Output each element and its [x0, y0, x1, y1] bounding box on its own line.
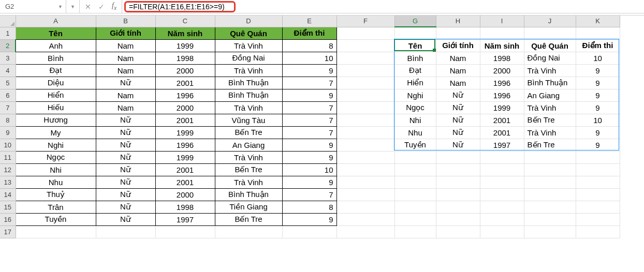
cell-F1[interactable]: [336, 27, 394, 39]
row-header-4[interactable]: 4: [0, 64, 16, 77]
col-header-A[interactable]: A: [16, 16, 96, 27]
cell-A16[interactable]: Tuyền: [16, 213, 96, 225]
cell-E16[interactable]: 9: [282, 213, 336, 225]
cell-J1[interactable]: [524, 27, 576, 39]
row-header-7[interactable]: 7: [0, 101, 16, 114]
cancel-icon[interactable]: ✕: [85, 3, 91, 11]
cell-I10[interactable]: 1997: [480, 139, 524, 151]
col-header-E[interactable]: E: [282, 16, 336, 27]
cell-F12[interactable]: [336, 163, 394, 176]
cell-F17[interactable]: [336, 225, 394, 238]
cell-H16[interactable]: [436, 213, 480, 225]
col-header-C[interactable]: C: [155, 16, 215, 27]
cell-G1[interactable]: [394, 27, 436, 39]
cell-D14[interactable]: Bình Thuận: [215, 188, 282, 201]
cell-A13[interactable]: Nhu: [16, 176, 96, 188]
cell-J14[interactable]: [524, 188, 576, 201]
cell-D11[interactable]: Trà Vinh: [215, 151, 282, 163]
cell-K9[interactable]: 9: [576, 126, 620, 139]
cell-C16[interactable]: 1997: [155, 213, 215, 225]
cell-D3[interactable]: Đồng Nai: [215, 52, 282, 64]
cell-D2[interactable]: Trà Vinh: [215, 39, 282, 52]
cell-I5[interactable]: 1996: [480, 77, 524, 89]
cell-F10[interactable]: [336, 139, 394, 151]
cell-H17[interactable]: [436, 225, 480, 238]
cell-D9[interactable]: Bến Tre: [215, 126, 282, 139]
col-header-G[interactable]: G: [394, 16, 436, 27]
cell-H1[interactable]: [436, 27, 480, 39]
cell-B9[interactable]: Nữ: [96, 126, 155, 139]
row-header-3[interactable]: 3: [0, 52, 16, 64]
cell-G16[interactable]: [394, 213, 436, 225]
cell-B8[interactable]: Nữ: [96, 114, 155, 126]
cell-J9[interactable]: Trà Vinh: [524, 126, 576, 139]
cell-B3[interactable]: Nam: [96, 52, 155, 64]
cell-F4[interactable]: [336, 64, 394, 77]
cell-I16[interactable]: [480, 213, 524, 225]
cell-B15[interactable]: Nữ: [96, 201, 155, 213]
row-header-10[interactable]: 10: [0, 139, 16, 151]
tableA-header-2[interactable]: Năm sinh: [155, 27, 215, 39]
cell-C17[interactable]: [155, 225, 215, 238]
cell-A2[interactable]: Anh: [16, 39, 96, 52]
cell-D7[interactable]: Trà Vinh: [215, 101, 282, 114]
cell-E3[interactable]: 10: [282, 52, 336, 64]
cell-J13[interactable]: [524, 176, 576, 188]
cell-C9[interactable]: 1999: [155, 126, 215, 139]
cell-H8[interactable]: Nữ: [436, 114, 480, 126]
cell-C2[interactable]: 1999: [155, 39, 215, 52]
cell-I8[interactable]: 2001: [480, 114, 524, 126]
cell-K13[interactable]: [576, 176, 620, 188]
cell-K15[interactable]: [576, 201, 620, 213]
cell-A4[interactable]: Đạt: [16, 64, 96, 77]
cell-C5[interactable]: 2001: [155, 77, 215, 89]
col-header-D[interactable]: D: [215, 16, 282, 27]
row-header-13[interactable]: 13: [0, 176, 16, 188]
cell-I4[interactable]: 2000: [480, 64, 524, 77]
cell-G15[interactable]: [394, 201, 436, 213]
cell-J15[interactable]: [524, 201, 576, 213]
cell-A3[interactable]: Bình: [16, 52, 96, 64]
cell-C7[interactable]: 2000: [155, 101, 215, 114]
cell-H10[interactable]: Nữ: [436, 139, 480, 151]
cell-C3[interactable]: 1998: [155, 52, 215, 64]
cell-D6[interactable]: Bình Thuận: [215, 89, 282, 101]
cell-I15[interactable]: [480, 201, 524, 213]
cell-E14[interactable]: 7: [282, 188, 336, 201]
cell-K5[interactable]: 9: [576, 77, 620, 89]
cell-F3[interactable]: [336, 52, 394, 64]
chevron-down-icon[interactable]: ▼: [58, 4, 63, 9]
cell-G14[interactable]: [394, 188, 436, 201]
row-header-5[interactable]: 5: [0, 77, 16, 89]
cell-C6[interactable]: 1996: [155, 89, 215, 101]
cell-B13[interactable]: Nữ: [96, 176, 155, 188]
row-header-12[interactable]: 12: [0, 163, 16, 176]
fx-icon[interactable]: fx: [112, 2, 116, 11]
cell-G10[interactable]: Tuyền: [394, 139, 436, 151]
cell-F7[interactable]: [336, 101, 394, 114]
row-header-17[interactable]: 17: [0, 225, 16, 238]
name-box[interactable]: G2 ▼: [0, 0, 66, 13]
cell-H5[interactable]: Nam: [436, 77, 480, 89]
cell-A14[interactable]: Thuỷ: [16, 188, 96, 201]
row-header-14[interactable]: 14: [0, 188, 16, 201]
col-header-K[interactable]: K: [576, 16, 620, 27]
cell-J17[interactable]: [524, 225, 576, 238]
cell-I13[interactable]: [480, 176, 524, 188]
cell-H11[interactable]: [436, 151, 480, 163]
cell-B14[interactable]: Nữ: [96, 188, 155, 201]
cell-G6[interactable]: Nghi: [394, 89, 436, 101]
cell-G7[interactable]: Ngọc: [394, 101, 436, 114]
col-header-F[interactable]: F: [336, 16, 394, 27]
tableA-header-4[interactable]: Điểm thi: [282, 27, 336, 39]
cell-G4[interactable]: Đạt: [394, 64, 436, 77]
cell-E2[interactable]: 8: [282, 39, 336, 52]
cell-H12[interactable]: [436, 163, 480, 176]
cell-F2[interactable]: [336, 39, 394, 52]
select-all-corner[interactable]: [0, 16, 16, 27]
tableA-header-3[interactable]: Quê Quán: [215, 27, 282, 39]
cell-C14[interactable]: 2000: [155, 188, 215, 201]
cell-B16[interactable]: Nữ: [96, 213, 155, 225]
row-header-2[interactable]: 2: [0, 39, 16, 52]
cell-K16[interactable]: [576, 213, 620, 225]
